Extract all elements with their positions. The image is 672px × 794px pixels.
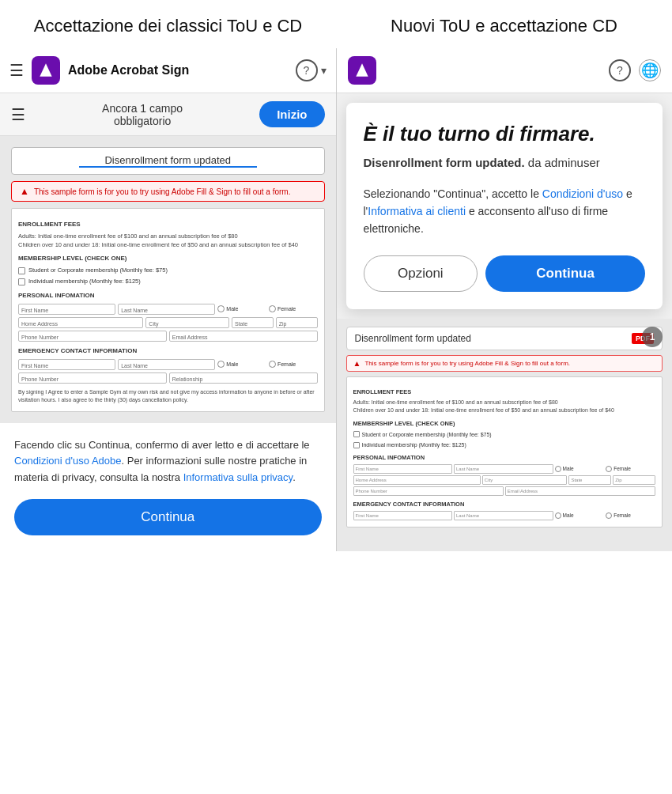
left-form-title-text: Disenrollment form updated <box>104 154 231 166</box>
top-titles: Accettazione dei classici ToU e CD Nuovi… <box>0 0 672 48</box>
gender-female: Female <box>269 304 318 315</box>
last-name-field[interactable]: Last Name <box>118 304 215 315</box>
left-error-banner: ▲ This sample form is for you to try usi… <box>11 181 325 202</box>
rfm-enrollment-text1: Adults: Initial one-time enrollment fee … <box>353 399 656 407</box>
error-icon-left: ▲ <box>20 186 29 197</box>
panels: ☰ Adobe Acrobat Sign ? ▾ ☰ Ancora 1 camp… <box>0 48 672 551</box>
rfm-emg-female-radio[interactable] <box>606 512 612 519</box>
privacy-link-left[interactable]: Informativa sulla privacy <box>183 471 293 483</box>
rfm-emg-first[interactable]: First Name <box>353 511 453 520</box>
dropdown-arrow-left[interactable]: ▾ <box>321 64 327 77</box>
rfm-address[interactable]: Home Address <box>353 475 481 485</box>
help-button-right[interactable]: ? <box>609 59 631 81</box>
phone-field[interactable]: Phone Number <box>18 331 167 342</box>
rfm-city[interactable]: City <box>482 475 568 485</box>
app-name-left: Adobe Acrobat Sign <box>68 63 288 78</box>
left-form-title-bar: Disenrollment form updated <box>11 147 325 175</box>
rfm-opt2-text: Individual membership (Monthly fee: $125… <box>362 440 466 449</box>
globe-icon[interactable]: 🌐 <box>639 59 661 81</box>
rfm-emg-last[interactable]: Last Name <box>454 511 553 520</box>
zip-field[interactable]: Zip <box>276 317 318 328</box>
rfm-female-radio[interactable] <box>606 466 612 472</box>
first-name-field[interactable]: First Name <box>18 304 115 315</box>
error-icon-right: ▲ <box>353 359 361 368</box>
membership-opt2-checkbox[interactable] <box>18 278 25 285</box>
rfm-lastname[interactable]: Last Name <box>454 464 553 474</box>
emg-male-radio[interactable] <box>217 361 225 368</box>
modal-buttons: Opzioni Continua <box>364 255 646 292</box>
rfm-personal-row3: Phone Number Email Address <box>353 486 656 496</box>
state-field[interactable]: State <box>232 317 274 328</box>
membership-opt1-row: Student or Corporate membership (Monthly… <box>18 266 318 275</box>
form-title-underline <box>79 166 257 168</box>
hamburger-icon[interactable]: ☰ <box>9 61 24 80</box>
emergency-first-field[interactable]: First Name <box>18 359 115 370</box>
emergency-row1: First Name Last Name Male Female <box>18 359 318 370</box>
right-form-title-text: Disenrollment form updated <box>355 333 626 344</box>
rfm-male: Male <box>555 464 605 474</box>
rfm-phone[interactable]: Phone Number <box>353 486 504 496</box>
rfm-opt1-checkbox[interactable] <box>353 431 360 437</box>
tou-link-left[interactable]: Condizioni d'uso Adobe <box>14 455 121 467</box>
rfm-email[interactable]: Email Address <box>505 486 655 496</box>
rfm-emergency-row1: First Name Last Name Male Female <box>353 511 656 520</box>
continua-button-right[interactable]: Continua <box>485 255 645 292</box>
right-form-area: 1 Disenrollment form updated PDF ▲ This … <box>337 319 673 551</box>
right-form-title-bar: Disenrollment form updated PDF <box>346 327 663 350</box>
emg-rel-field[interactable]: Relationship <box>169 372 318 384</box>
right-modal: È il tuo turno di firmare. Disenrollment… <box>346 103 663 309</box>
female-radio[interactable] <box>269 305 276 312</box>
gender-male: Male <box>217 304 266 315</box>
rfm-opt1-text: Student or Corporate membership (Monthly… <box>362 430 492 439</box>
rfm-emg-female: Female <box>606 511 655 520</box>
rfm-male-radio[interactable] <box>555 466 561 472</box>
left-title: Accettazione dei classici ToU e CD <box>0 16 336 36</box>
right-title: Nuovi ToU e accettazione CD <box>336 16 672 36</box>
opzioni-button[interactable]: Opzioni <box>364 255 478 292</box>
membership-opt1-checkbox[interactable] <box>18 267 25 274</box>
conditions-link[interactable]: Condizioni d'uso <box>542 187 623 200</box>
rfm-firstname[interactable]: First Name <box>353 464 453 474</box>
emg-female: Female <box>269 359 318 370</box>
modal-body-text1: Selezionando "Continua", accetto le <box>364 187 542 200</box>
modal-subtitle: Disenrollment form updated. da adminuser <box>364 154 646 172</box>
help-button-left[interactable]: ? <box>296 59 318 81</box>
left-header-controls: ? ▾ <box>296 59 327 81</box>
male-radio[interactable] <box>217 305 225 312</box>
rfm-enrollment-text2: Children over 10 and under 18: Initial o… <box>353 406 656 415</box>
rfm-enrollment-label: ENROLLMENT FEES <box>353 388 656 397</box>
hamburger-sub[interactable]: ☰ <box>11 105 25 124</box>
enrollment-text1: Adults: Initial one-time enrollment fee … <box>18 232 318 240</box>
left-sub-header: ☰ Ancora 1 campo obbligatorio Inizio <box>0 93 336 136</box>
field-required-block: Ancora 1 campo obbligatorio <box>102 102 183 127</box>
adobe-logo-left <box>32 56 60 85</box>
rfm-emg-male-radio[interactable] <box>555 512 561 519</box>
emg-male: Male <box>217 359 266 370</box>
rfm-opt2-checkbox[interactable] <box>353 442 360 448</box>
emergency-last-field[interactable]: Last Name <box>118 359 215 370</box>
address-field[interactable]: Home Address <box>18 317 143 328</box>
membership-opt2-row: Individual membership (Monthly fee: $125… <box>18 277 318 286</box>
emergency-row2: Phone Number Relationship <box>18 372 318 384</box>
left-error-text: This sample form is for you to try using… <box>34 187 291 196</box>
signature-text: By signing I Agree to enter a Sample Gym… <box>18 388 318 405</box>
emg-phone-field[interactable]: Phone Number <box>18 372 167 384</box>
inizio-button[interactable]: Inizio <box>259 101 324 127</box>
emg-female-radio[interactable] <box>269 361 276 368</box>
adobe-logo-right <box>348 56 376 85</box>
informativa-link[interactable]: Informativa ai clienti <box>368 205 466 217</box>
rfm-state[interactable]: State <box>568 475 611 485</box>
right-form-mock: ENROLLMENT FEES Adults: Initial one-time… <box>346 376 663 527</box>
left-header: ☰ Adobe Acrobat Sign ? ▾ <box>0 48 336 93</box>
continua-button-left[interactable]: Continua <box>14 499 322 535</box>
email-field[interactable]: Email Address <box>169 331 318 342</box>
right-error-text: This sample form is for you to try using… <box>364 360 570 367</box>
enrollment-fees-label: ENROLLMENT FEES <box>18 220 318 230</box>
page-badge: 1 <box>642 327 663 347</box>
right-error-banner: ▲ This sample form is for you to try usi… <box>346 355 663 372</box>
left-bottom: Facendo clic su Continua, confermo di av… <box>0 423 336 551</box>
left-bottom-text1: Facendo clic su Continua, confermo di av… <box>14 439 310 451</box>
rfm-zip[interactable]: Zip <box>613 475 655 485</box>
city-field[interactable]: City <box>145 317 229 328</box>
personal-row2: Home Address City State Zip <box>18 317 318 328</box>
